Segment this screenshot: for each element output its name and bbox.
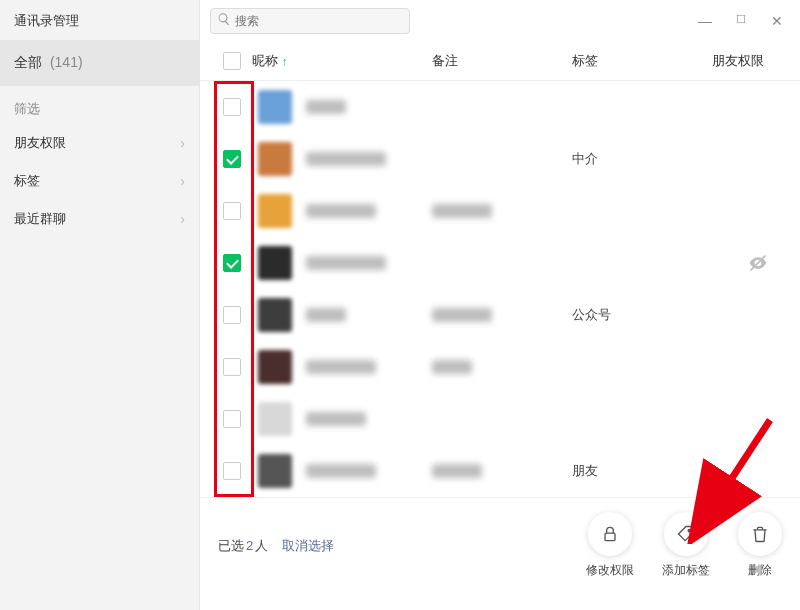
row-tag: 朋友 [572,462,712,480]
row-checkbox[interactable] [223,358,241,376]
avatar [258,246,292,280]
main: — ☐ ✕ 昵称 ↑ 备注 标签 朋友权限 中介公众号朋友 已选 2 人 [200,0,800,610]
sidebar-title: 通讯录管理 [0,0,199,40]
svg-point-2 [688,530,690,532]
maximize-button[interactable]: ☐ [734,13,748,29]
close-button[interactable]: ✕ [770,13,784,29]
row-checkbox[interactable] [223,410,241,428]
column-permission[interactable]: 朋友权限 [712,52,788,70]
tag-icon [664,512,708,556]
nickname-blurred [306,256,386,270]
row-checkbox[interactable] [223,254,241,272]
sidebar-item-label: 最近群聊 [14,210,66,228]
action-tag-button[interactable]: 添加标签 [662,512,710,579]
sidebar-item-label: 标签 [14,172,40,190]
footer-actions: 修改权限添加标签删除 [586,512,782,579]
avatar [258,454,292,488]
sidebar-all-label: 全部 [14,54,42,70]
search-icon [217,12,235,30]
remark-blurred [432,464,482,478]
window-buttons: — ☐ ✕ [698,13,790,29]
del-icon [738,512,782,556]
row-checkbox[interactable] [223,306,241,324]
search-box[interactable] [210,8,410,34]
sidebar-item-label: 朋友权限 [14,134,66,152]
avatar [258,350,292,384]
column-remark[interactable]: 备注 [432,52,572,70]
chevron-right-icon: › [180,135,185,151]
avatar [258,402,292,436]
table-row[interactable] [200,81,800,133]
sidebar-item-1[interactable]: 标签› [0,162,199,200]
sidebar-all-count: (141) [50,54,83,70]
nickname-blurred [306,204,376,218]
perm-icon [588,512,632,556]
row-checkbox[interactable] [223,98,241,116]
table-row[interactable]: 公众号 [200,289,800,341]
action-perm-button[interactable]: 修改权限 [586,512,634,579]
avatar [258,298,292,332]
select-all-checkbox[interactable] [223,52,241,70]
action-label: 添加标签 [662,562,710,579]
nickname-blurred [306,464,376,478]
remark-blurred [432,360,472,374]
table-row[interactable] [200,393,800,445]
remark-blurred [432,204,492,218]
table-row[interactable]: 中介 [200,133,800,185]
minimize-button[interactable]: — [698,13,712,29]
sidebar-item-0[interactable]: 朋友权限› [0,124,199,162]
row-tag: 公众号 [572,306,712,324]
footer: 已选 2 人 取消选择 修改权限添加标签删除 [200,497,800,593]
nickname-blurred [306,412,366,426]
chevron-right-icon: › [180,211,185,227]
row-checkbox[interactable] [223,150,241,168]
row-tag: 中介 [572,150,712,168]
table-header: 昵称 ↑ 备注 标签 朋友权限 [200,42,800,81]
filter-section-label: 筛选 [0,86,199,124]
selected-prefix: 已选 [218,537,244,555]
table-row[interactable]: 朋友 [200,445,800,497]
selected-suffix: 人 [255,537,268,555]
table-row[interactable] [200,185,800,237]
remark-blurred [432,308,492,322]
nickname-blurred [306,152,386,166]
sort-asc-icon: ↑ [282,55,288,67]
avatar [258,90,292,124]
sidebar-item-2[interactable]: 最近群聊› [0,200,199,238]
topbar: — ☐ ✕ [200,0,800,42]
column-tag[interactable]: 标签 [572,52,712,70]
contact-rows: 中介公众号朋友 [200,81,800,497]
deselect-link[interactable]: 取消选择 [282,537,334,555]
nickname-blurred [306,308,346,322]
nickname-blurred [306,100,346,114]
action-label: 删除 [748,562,772,579]
avatar [258,142,292,176]
search-input[interactable] [235,14,403,28]
privacy-hidden-icon [748,253,768,273]
action-label: 修改权限 [586,562,634,579]
avatar [258,194,292,228]
sidebar: 通讯录管理 全部 (141) 筛选 朋友权限›标签›最近群聊› [0,0,200,610]
row-checkbox[interactable] [223,202,241,220]
sidebar-all[interactable]: 全部 (141) [0,40,199,86]
nickname-blurred [306,360,376,374]
app-root: 通讯录管理 全部 (141) 筛选 朋友权限›标签›最近群聊› — ☐ ✕ [0,0,800,610]
row-checkbox[interactable] [223,462,241,480]
column-nickname[interactable]: 昵称 ↑ [252,52,432,70]
selected-count: 2 [246,538,253,553]
action-del-button[interactable]: 删除 [738,512,782,579]
table-row[interactable] [200,237,800,289]
svg-rect-1 [605,533,615,541]
column-nickname-label: 昵称 [252,52,278,70]
table-row[interactable] [200,341,800,393]
chevron-right-icon: › [180,173,185,189]
